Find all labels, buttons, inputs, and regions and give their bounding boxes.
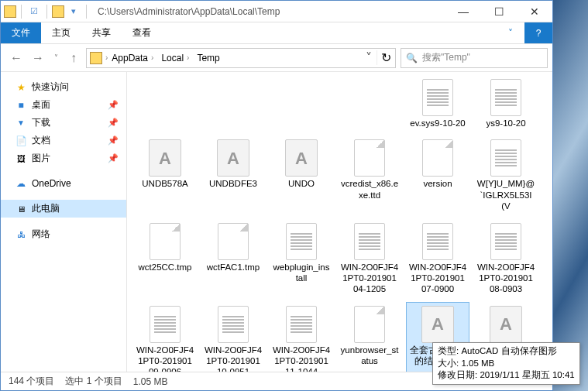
folder-icon: [4, 5, 16, 18]
autocad-file-icon: A: [149, 139, 181, 177]
breadcrumb-segment[interactable]: Temp: [193, 49, 223, 67]
file-label: W[Y]U_MM}@`IGLRX5L53I(V: [476, 178, 535, 211]
ribbon-expand-button[interactable]: ˅: [497, 22, 524, 43]
file-item[interactable]: version: [406, 135, 469, 215]
file-label: WIN-2O0FJF41PT0-20190109-0906: [136, 345, 194, 372]
generic-file-icon: [150, 223, 181, 260]
tooltip: 类型: AutoCAD 自动保存图形 大小: 1.05 MB 修改日期: 201…: [432, 342, 580, 385]
file-item[interactable]: WIN-2O0FJF41PT0-20190109-0906: [133, 302, 197, 372]
file-label: WIN-2O0FJF41PT0-20190111-1044: [272, 345, 331, 372]
sidebar-item[interactable]: 图片📌: [1, 149, 126, 167]
file-list[interactable]: ev.sys9-10-20ys9-10-20AUNDB578AAUNDBDFE3…: [127, 72, 552, 372]
sidebar-item[interactable]: 网络: [1, 225, 126, 243]
text-file-icon: [354, 223, 385, 260]
autocad-file-icon: A: [490, 306, 522, 343]
autocad-file-icon: A: [421, 306, 454, 343]
pin-icon: 📌: [108, 135, 119, 146]
autocad-file-icon: A: [285, 139, 318, 177]
refresh-button[interactable]: ↻: [377, 50, 395, 65]
sidebar-item-label: 此电脑: [32, 202, 60, 215]
text-file-icon: [490, 139, 521, 177]
file-item[interactable]: vcredist_x86.exe.ttd: [338, 135, 401, 215]
file-item[interactable]: W[Y]U_MM}@`IGLRX5L53I(V: [474, 135, 538, 215]
generic-file-icon: [218, 223, 249, 260]
file-label: WIN-2O0FJF41PT0-20190110-0951: [204, 345, 263, 372]
sidebar-item[interactable]: 此电脑: [1, 200, 126, 218]
file-item[interactable]: AUNDB578A: [133, 135, 197, 215]
sidebar-item-label: 文档: [32, 134, 50, 147]
tab-home[interactable]: 主页: [41, 22, 81, 43]
file-item[interactable]: WIN-2O0FJF41PT0-20190111-1044: [270, 302, 333, 372]
file-item[interactable]: yunbrowser_status: [338, 302, 401, 372]
sidebar-item-label: 下载: [32, 116, 50, 129]
up-button[interactable]: ↑: [63, 47, 84, 69]
file-label: WIN-2O0FJF41PT0-20190108-0903: [476, 262, 535, 295]
pin-icon: 📌: [108, 118, 119, 128]
generic-file-icon: [422, 139, 453, 177]
text-file-icon: [150, 306, 181, 343]
file-item[interactable]: AUNDBDFE3: [201, 135, 265, 215]
file-item[interactable]: WIN-2O0FJF41PT0-20190108-0903: [474, 219, 538, 299]
qat-customize-icon[interactable]: ▾: [66, 6, 81, 16]
net-icon: [15, 228, 27, 241]
qat-properties-icon[interactable]: ☑: [26, 6, 42, 16]
window-controls: — ☐ ✕: [445, 1, 552, 22]
file-item[interactable]: AUNDO: [270, 135, 333, 215]
text-file-icon: [490, 79, 521, 116]
tooltip-line: 修改日期: 2019/1/11 星期五 10:41: [438, 369, 575, 382]
help-button[interactable]: ?: [524, 22, 552, 43]
sidebar-item[interactable]: 快速访问: [1, 78, 126, 96]
close-button[interactable]: ✕: [517, 1, 552, 22]
forward-button[interactable]: →: [27, 47, 49, 69]
sidebar-item[interactable]: 下载📌: [1, 114, 126, 132]
search-placeholder: 搜索"Temp": [422, 51, 470, 64]
file-label: ys9-10-20: [486, 118, 525, 129]
file-item[interactable]: WIN-2O0FJF41PT0-20190110-0951: [201, 302, 265, 372]
minimize-button[interactable]: —: [445, 1, 481, 22]
sidebar-item[interactable]: 文档📌: [1, 132, 126, 149]
file-item[interactable]: wct25CC.tmp: [133, 219, 197, 299]
file-item[interactable]: WIN-2O0FJF41PT0-20190107-0900: [406, 219, 469, 299]
autocad-file-icon: A: [217, 139, 249, 177]
search-input[interactable]: 🔍 搜索"Temp": [401, 48, 548, 68]
file-item[interactable]: ys9-10-20: [474, 75, 538, 132]
breadcrumb[interactable]: › AppData› Local› Temp ˅ ↻: [86, 48, 396, 68]
file-label: vcredist_x86.exe.ttd: [340, 178, 399, 201]
text-file-icon: [422, 79, 453, 116]
cloud-icon: [15, 177, 27, 190]
breadcrumb-segment[interactable]: AppData›: [108, 49, 157, 67]
file-item[interactable]: WIN-2O0FJF41PT0-20190104-1205: [338, 219, 401, 299]
text-file-icon: [286, 306, 317, 343]
file-item[interactable]: ev.sys9-10-20: [406, 75, 469, 132]
chevron-right-icon[interactable]: ›: [151, 53, 153, 62]
address-dropdown-icon[interactable]: ˅: [361, 50, 377, 65]
sidebar-item-label: 快速访问: [32, 81, 69, 94]
file-label: yunbrowser_status: [340, 345, 399, 367]
ribbon: 文件 主页 共享 查看 ˅ ?: [1, 22, 552, 44]
history-dropdown[interactable]: ˅: [49, 47, 63, 69]
file-label: UNDO: [288, 178, 315, 189]
breadcrumb-segment[interactable]: Local›: [157, 49, 193, 67]
star-icon: [15, 81, 27, 94]
file-item[interactable]: webplugin_install: [270, 219, 333, 299]
pin-icon: 📌: [108, 153, 119, 163]
folder-icon[interactable]: [52, 5, 64, 18]
sidebar-item[interactable]: 桌面📌: [1, 96, 126, 114]
generic-file-icon: [354, 306, 385, 343]
chevron-right-icon[interactable]: ›: [187, 53, 189, 62]
file-label: ev.sys9-10-20: [410, 118, 465, 129]
file-label: UNDBDFE3: [209, 178, 257, 189]
maximize-button[interactable]: ☐: [481, 1, 517, 22]
navigation-pane: 快速访问桌面📌下载📌文档📌图片📌OneDrive此电脑网络: [1, 72, 127, 372]
file-item[interactable]: wctFAC1.tmp: [201, 219, 265, 299]
tab-file[interactable]: 文件: [1, 22, 41, 43]
back-button[interactable]: ←: [5, 47, 27, 69]
tab-view[interactable]: 查看: [122, 22, 162, 43]
doc-icon: [15, 135, 27, 147]
window-title: C:\Users\Administrator\AppData\Local\Tem…: [93, 6, 445, 17]
tab-share[interactable]: 共享: [81, 22, 122, 43]
desktop-icon: [15, 99, 27, 111]
sidebar-item[interactable]: OneDrive: [1, 175, 126, 192]
status-item-count: 144 个项目: [9, 375, 54, 388]
explorer-window: ☑ ▾ C:\Users\Administrator\AppData\Local…: [0, 0, 553, 391]
